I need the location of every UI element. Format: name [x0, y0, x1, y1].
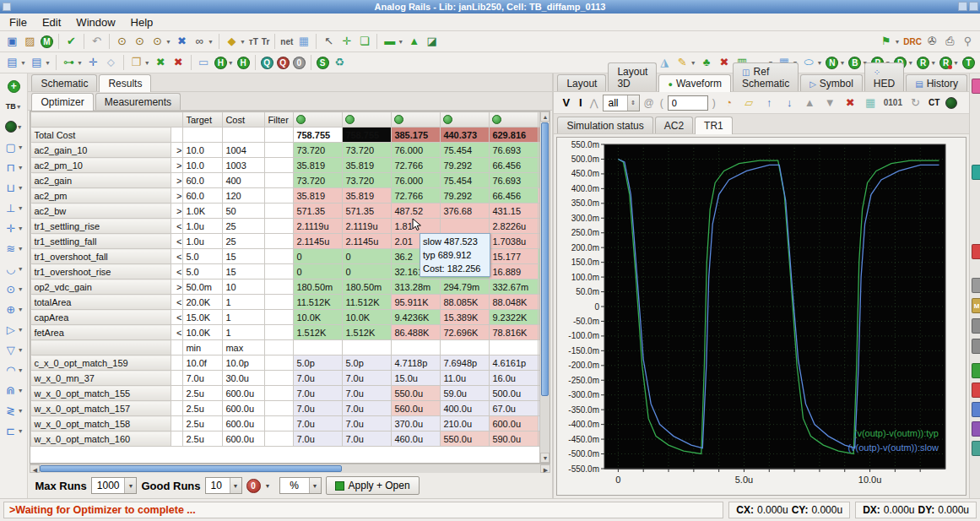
cost-cell[interactable]: 1: [223, 295, 265, 310]
zoom-out-icon[interactable]: ⊙: [133, 33, 147, 50]
device-source-icon[interactable]: ⊕▼: [4, 299, 24, 319]
run-value-cell[interactable]: 440.373: [441, 128, 490, 143]
delete-icon[interactable]: ✖: [717, 54, 732, 71]
cost-cell[interactable]: 50: [223, 204, 265, 219]
target-cell[interactable]: 10.0f: [183, 355, 223, 371]
check-icon[interactable]: ✔: [64, 33, 79, 50]
run-value-cell[interactable]: 7.0u: [294, 416, 343, 431]
row-label[interactable]: w_x_0_mn_37: [31, 371, 171, 386]
target-cell[interactable]: 5.0: [183, 264, 223, 279]
menu-help[interactable]: Help: [123, 14, 161, 30]
row-label[interactable]: ac2_bw: [31, 204, 171, 219]
run-value-cell[interactable]: 431.15: [490, 204, 539, 219]
device-jfet-icon[interactable]: ⊥▼: [4, 198, 24, 218]
shift-up-icon[interactable]: ▲: [803, 95, 817, 111]
filter-icon[interactable]: ◮: [658, 54, 672, 71]
tab-hed[interactable]: ⁘HED: [864, 62, 904, 91]
run-value-cell[interactable]: 7.0u: [343, 371, 392, 386]
strip-blue-button[interactable]: [972, 402, 980, 417]
minimize-button[interactable]: [958, 2, 967, 11]
run-value-cell[interactable]: 35.819: [294, 188, 343, 204]
strip-m-button[interactable]: M: [972, 298, 980, 313]
cost-cell[interactable]: 10: [223, 279, 265, 295]
target-cell[interactable]: 1.0K: [183, 204, 223, 219]
target-cell[interactable]: 2.5u: [183, 386, 223, 401]
run-value-cell[interactable]: 7.0u: [343, 386, 392, 401]
chevron-down-icon[interactable]: ▼: [230, 478, 241, 493]
cost-cell[interactable]: 120: [223, 188, 265, 204]
move-down-icon[interactable]: ↓: [782, 95, 797, 111]
reject-icon[interactable]: ✖: [171, 54, 186, 71]
filter-cell[interactable]: [265, 355, 294, 371]
target-cell[interactable]: 10.0K: [183, 325, 223, 340]
run-value-cell[interactable]: 15.0u: [392, 371, 441, 386]
run-value-cell[interactable]: 180.50m: [294, 279, 343, 295]
tb-menu-button[interactable]: TB▼: [6, 96, 22, 117]
run-value-cell[interactable]: 332.67m: [490, 279, 539, 295]
tag-icon[interactable]: ⬦: [104, 54, 118, 71]
scroll-down-arrow[interactable]: ▼: [540, 453, 550, 463]
run-value-cell[interactable]: 758.755: [294, 128, 343, 143]
row-label[interactable]: ac2_gain: [31, 173, 171, 188]
target-cell[interactable]: 1.0u: [183, 219, 223, 234]
run-value-cell[interactable]: 500.0u: [490, 386, 539, 401]
cost-cell[interactable]: max: [223, 340, 265, 355]
row-label[interactable]: w_x_0_opt_match_160: [31, 431, 171, 447]
text-large-icon[interactable]: Tr: [262, 33, 269, 50]
run-value-cell[interactable]: 5.0p: [294, 355, 343, 371]
device-opamp-icon[interactable]: ▽▼: [4, 339, 24, 360]
run-value-cell[interactable]: 35.819: [343, 158, 392, 173]
run-value-cell[interactable]: [441, 219, 490, 234]
find-icon[interactable]: ∞▼: [192, 33, 214, 50]
run-value-cell[interactable]: 86.488K: [392, 325, 441, 340]
run-value-cell[interactable]: 11.512K: [294, 295, 343, 310]
filter-cell[interactable]: [265, 279, 294, 295]
target-cell[interactable]: 2.5u: [183, 416, 223, 431]
strip-teal2-button[interactable]: [972, 441, 980, 456]
column-header-filter[interactable]: Filter: [265, 112, 294, 128]
target-cell[interactable]: 50.0m: [183, 279, 223, 295]
cost-cell[interactable]: 600.0u: [223, 401, 265, 416]
run-value-cell[interactable]: 95.911K: [392, 295, 441, 310]
undo-icon[interactable]: ↶: [89, 33, 104, 50]
row-label[interactable]: w_x_0_opt_match_158: [31, 416, 171, 431]
run-value-cell[interactable]: 76.693: [490, 173, 539, 188]
run-value-cell[interactable]: 758.755: [343, 128, 392, 143]
filter-cell[interactable]: [265, 386, 294, 401]
subtab-simulation-status[interactable]: Simulation status: [557, 117, 652, 133]
column-header-target[interactable]: Target: [183, 112, 223, 128]
h-menu-button[interactable]: H▼: [214, 54, 234, 71]
run-value-cell[interactable]: 400.0u: [441, 401, 490, 416]
run-value-cell[interactable]: 2.1119u: [294, 219, 343, 234]
hierarchy-down-icon[interactable]: ▤▼: [5, 54, 26, 71]
run-value-cell[interactable]: 16.889: [490, 264, 539, 279]
run-value-cell[interactable]: 550.0u: [392, 386, 441, 401]
run-value-cell[interactable]: [294, 340, 343, 355]
filter-cell[interactable]: [265, 188, 294, 204]
target-cell[interactable]: 60.0: [183, 173, 223, 188]
run-value-cell[interactable]: 2.1119u: [343, 219, 392, 234]
strip-dim1-button[interactable]: [972, 318, 980, 334]
run-value-cell[interactable]: 560.0u: [392, 401, 441, 416]
cost-cell[interactable]: 15: [223, 249, 265, 264]
device-arc-icon[interactable]: ◠▼: [4, 360, 24, 380]
cost-cell[interactable]: 15: [223, 264, 265, 279]
run-value-cell[interactable]: 460.0u: [392, 431, 441, 447]
maximize-button[interactable]: [969, 2, 978, 11]
run-value-cell[interactable]: 72.766: [392, 188, 441, 204]
target-cell[interactable]: 20.0K: [183, 295, 223, 310]
tab-layout-3d[interactable]: Layout 3D: [608, 62, 657, 91]
device-cross-icon[interactable]: ✛▼: [4, 218, 24, 238]
strip-teal-button[interactable]: [972, 165, 980, 180]
run-value-cell[interactable]: 1.7038u: [490, 234, 539, 249]
run-value-cell[interactable]: 7.0u: [294, 401, 343, 416]
subtab-tr1[interactable]: TR1: [695, 117, 733, 134]
run-value-cell[interactable]: 59.0u: [441, 386, 490, 401]
r-dot-button[interactable]: R▼: [939, 54, 959, 71]
run-value-cell[interactable]: 88.085K: [441, 295, 490, 310]
target-cell[interactable]: 60.0: [183, 188, 223, 204]
drc-icon[interactable]: DRC: [903, 33, 922, 50]
run-value-cell[interactable]: 35.819: [294, 158, 343, 173]
cost-cell[interactable]: 600.0u: [223, 386, 265, 401]
strip-red2-button[interactable]: [972, 383, 980, 398]
